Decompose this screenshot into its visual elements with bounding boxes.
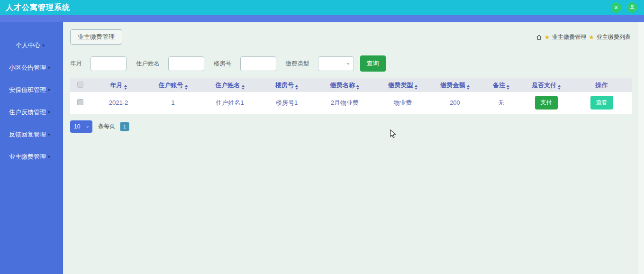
row-checkbox[interactable] — [77, 99, 83, 105]
sort-icon — [467, 85, 470, 90]
building-no-input[interactable] — [240, 56, 276, 71]
table-row: 2021-2 1 住户姓名1 楼房号1 2月物业费 物业费 200 无 支付 查… — [70, 92, 632, 114]
sidebar-item-label: 住户反馈管理 — [9, 108, 46, 117]
sort-icon — [124, 85, 127, 90]
sidebar-item-announcements[interactable]: 小区公告管理 ▾ — [0, 56, 63, 79]
cell-fee-name: 2月物业费 — [313, 92, 377, 114]
close-icon: ✕ — [614, 5, 618, 11]
breadcrumb-item-2[interactable]: 业主缴费列表 — [597, 33, 631, 41]
chevron-down-icon: ▾ — [48, 110, 50, 115]
payment-table: 年月 住户账号 住户姓名 楼房号 缴费名称 缴费类型 缴费金额 备注 是否支付 … — [70, 78, 632, 114]
col-remark[interactable]: 备注 — [481, 78, 521, 92]
sort-icon — [295, 85, 298, 90]
page-size-select[interactable]: 10 ⌄ — [70, 120, 92, 133]
page-size-value: 10 — [74, 123, 80, 130]
sidebar-item-label: 个人中心 — [16, 41, 40, 50]
col-building-no[interactable]: 楼房号 — [261, 78, 313, 92]
home-icon[interactable] — [536, 34, 542, 40]
sort-icon — [356, 85, 359, 90]
cell-resident-name: 住户姓名1 — [199, 92, 261, 114]
sort-icon — [185, 85, 188, 90]
sidebar-item-label: 小区公告管理 — [9, 64, 46, 72]
cell-account: 1 — [147, 92, 199, 114]
resident-name-input[interactable] — [168, 56, 204, 71]
chevron-down-icon: ▾ — [48, 132, 50, 137]
year-month-label: 年月 — [70, 60, 82, 68]
chevron-down-icon: ▾ — [42, 43, 45, 48]
sidebar-item-owner-payment[interactable]: 业主缴费管理 ▾ — [0, 146, 63, 168]
pagination: 10 ⌄ 条每页 1 — [70, 120, 637, 133]
cell-fee-type: 物业费 — [377, 92, 429, 114]
sidebar: 个人中心 ▾ 小区公告管理 ▾ 安保值班管理 ▾ 住户反馈管理 ▾ 反馈回复管理… — [0, 22, 63, 274]
close-button[interactable]: ✕ — [611, 2, 621, 13]
sidebar-item-security-duty[interactable]: 安保值班管理 ▾ — [0, 79, 63, 101]
year-month-input[interactable] — [91, 56, 127, 71]
per-page-label: 条每页 — [98, 122, 115, 130]
building-no-label: 楼房号 — [214, 60, 232, 68]
star-icon: ★ — [589, 34, 594, 41]
sort-icon — [507, 85, 509, 90]
main-content: 业主缴费管理 ★ 业主缴费管理 ★ 业主缴费列表 年月 住户姓名 楼房号 缴费类… — [63, 22, 644, 274]
select-all-checkbox[interactable] — [77, 82, 83, 88]
col-fee-type[interactable]: 缴费类型 — [377, 78, 429, 92]
cell-amount: 200 — [429, 92, 481, 114]
fee-type-select[interactable]: ⌄ — [318, 56, 354, 71]
user-icon — [629, 4, 635, 11]
col-account[interactable]: 住户账号 — [147, 78, 199, 92]
sidebar-item-personal-center[interactable]: 个人中心 ▾ — [0, 34, 63, 56]
sidebar-item-feedback-reply[interactable]: 反馈回复管理 ▾ — [0, 123, 63, 146]
sidebar-item-label: 反馈回复管理 — [9, 130, 46, 139]
pay-button[interactable]: 支付 — [535, 96, 558, 110]
profile-button[interactable] — [627, 2, 637, 13]
tab-owner-payment[interactable]: 业主缴费管理 — [70, 29, 122, 45]
cell-year-month: 2021-2 — [90, 92, 147, 114]
sidebar-item-resident-feedback[interactable]: 住户反馈管理 ▾ — [0, 101, 63, 123]
breadcrumb-item-1[interactable]: 业主缴费管理 — [552, 33, 586, 41]
chevron-down-icon: ▾ — [48, 154, 50, 159]
star-icon: ★ — [544, 34, 550, 41]
col-actions: 操作 — [571, 78, 632, 92]
cell-building-no: 楼房号1 — [261, 92, 313, 114]
query-button[interactable]: 查询 — [360, 55, 386, 72]
sort-icon — [558, 85, 561, 90]
sort-icon — [242, 85, 245, 90]
chevron-down-icon: ⌄ — [346, 60, 350, 66]
col-fee-name[interactable]: 缴费名称 — [313, 78, 377, 92]
fee-type-label: 缴费类型 — [286, 60, 309, 68]
col-amount[interactable]: 缴费金额 — [429, 78, 481, 92]
chevron-down-icon: ⌄ — [86, 123, 90, 128]
chevron-down-icon: ▾ — [48, 87, 50, 92]
view-button[interactable]: 查看 — [590, 96, 613, 110]
sort-icon — [415, 85, 417, 90]
search-form: 年月 住户姓名 楼房号 缴费类型 ⌄ 查询 — [70, 55, 637, 72]
header-accent-strip — [0, 15, 644, 22]
breadcrumb: ★ 业主缴费管理 ★ 业主缴费列表 — [536, 33, 631, 41]
col-resident-name[interactable]: 住户姓名 — [199, 78, 261, 92]
page-1-button[interactable]: 1 — [120, 122, 129, 131]
col-paid-status[interactable]: 是否支付 — [521, 78, 571, 92]
header-actions: ✕ — [611, 2, 637, 13]
sidebar-item-label: 业主缴费管理 — [9, 153, 46, 161]
resident-name-label: 住户姓名 — [136, 60, 160, 68]
chevron-down-icon: ▾ — [48, 65, 50, 70]
col-year-month[interactable]: 年月 — [90, 78, 147, 92]
sidebar-item-label: 安保值班管理 — [9, 86, 46, 94]
cell-remark: 无 — [481, 92, 521, 114]
app-header: 人才公寓管理系统 ✕ — [0, 0, 644, 15]
app-title: 人才公寓管理系统 — [6, 3, 70, 13]
table-header-row: 年月 住户账号 住户姓名 楼房号 缴费名称 缴费类型 缴费金额 备注 是否支付 … — [70, 78, 632, 92]
scrollbar-track[interactable] — [638, 22, 644, 274]
